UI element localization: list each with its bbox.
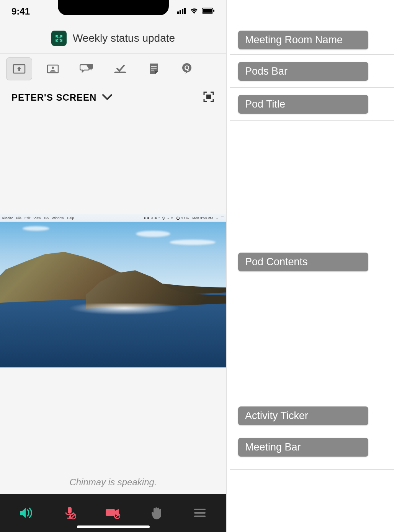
- svg-rect-5: [203, 9, 212, 13]
- mac-menubar-clock: Mon 3:58 PM: [192, 216, 213, 220]
- camera-off-button[interactable]: [104, 504, 122, 522]
- label-meeting-room-name: Meeting Room Name: [238, 31, 368, 49]
- qa-pod-tab[interactable]: Q: [175, 57, 201, 80]
- svg-rect-16: [68, 507, 72, 514]
- fullscreen-button[interactable]: [203, 91, 215, 104]
- meeting-room-name: Weekly status update: [73, 32, 175, 44]
- label-pods-bar: Pods Bar: [238, 62, 368, 81]
- mic-muted-button[interactable]: [60, 504, 79, 522]
- mac-menu-item: Go: [44, 216, 49, 220]
- svg-rect-0: [177, 11, 179, 14]
- svg-rect-21: [106, 509, 115, 516]
- svg-rect-11: [151, 68, 157, 69]
- home-indicator: [77, 525, 150, 528]
- pods-bar: Q: [0, 54, 226, 84]
- activity-ticker: Chinmay is speaking.: [0, 471, 226, 494]
- app-icon: [51, 31, 67, 46]
- svg-text:Q: Q: [184, 64, 189, 72]
- svg-rect-3: [184, 8, 186, 14]
- status-time: 9:41: [11, 6, 30, 17]
- pod-title-text: PETER'S SCREEN: [11, 92, 96, 103]
- label-meeting-bar: Meeting Bar: [238, 438, 368, 457]
- mac-menu-item: Help: [67, 216, 74, 220]
- meeting-bar: [0, 494, 226, 532]
- pod-title-row: PETER'S SCREEN: [0, 84, 226, 111]
- svg-rect-1: [180, 10, 181, 14]
- mac-menubar-app: Finder: [2, 216, 13, 220]
- spotlight-icon: ⌕: [216, 216, 218, 220]
- annotation-panel: Meeting Room Name Pods Bar Pod Title Pod…: [227, 0, 397, 532]
- mac-menubar-tray-icons: ◧ ◨ ◉ ▣ ☁ ⎋ ⌁ ᯤ ⏻ 21%: [144, 216, 190, 220]
- speaker-button[interactable]: [17, 504, 36, 522]
- mac-menu-item: View: [34, 216, 41, 220]
- pod-contents: Finder File Edit View Go Window Help ◧ ◨…: [0, 111, 226, 471]
- video-pod-tab[interactable]: [40, 57, 66, 80]
- battery-icon: [202, 8, 215, 15]
- pod-title-dropdown[interactable]: PETER'S SCREEN: [11, 92, 113, 103]
- wifi-icon: [190, 7, 199, 16]
- shared-screen: Finder File Edit View Go Window Help ◧ ◨…: [0, 214, 226, 367]
- mac-menu-item: Edit: [25, 216, 31, 220]
- chat-pod-tab[interactable]: [74, 57, 100, 80]
- label-pod-title: Pod Title: [238, 95, 368, 114]
- mac-menu-item: File: [16, 216, 22, 220]
- raise-hand-button[interactable]: [147, 504, 166, 522]
- cellular-icon: [177, 8, 186, 15]
- svg-rect-15: [206, 95, 211, 99]
- share-pod-tab[interactable]: [6, 57, 32, 80]
- status-bar: 9:41: [0, 0, 226, 23]
- activity-text: Chinmay is speaking.: [69, 477, 157, 488]
- label-pod-contents: Pod Contents: [238, 253, 368, 271]
- svg-rect-6: [213, 10, 214, 12]
- meeting-room-header: Weekly status update: [0, 23, 226, 54]
- svg-rect-10: [151, 66, 157, 67]
- notch: [58, 0, 169, 15]
- menu-button[interactable]: [191, 504, 209, 522]
- control-center-icon: ☰: [221, 216, 224, 220]
- svg-point-9: [52, 67, 54, 69]
- phone-frame: 9:41 Weekly status update: [0, 0, 227, 532]
- status-icons: [177, 7, 215, 16]
- svg-rect-2: [182, 9, 183, 14]
- mac-desktop-wallpaper: [0, 222, 226, 367]
- notes-pod-tab[interactable]: [141, 57, 167, 80]
- mac-menu-item: Window: [52, 216, 64, 220]
- label-activity-ticker: Activity Ticker: [238, 406, 368, 425]
- mac-menubar: Finder File Edit View Go Window Help ◧ ◨…: [0, 214, 226, 222]
- poll-pod-tab[interactable]: [107, 57, 133, 80]
- chevron-down-icon: [102, 92, 113, 103]
- svg-rect-12: [151, 70, 154, 70]
